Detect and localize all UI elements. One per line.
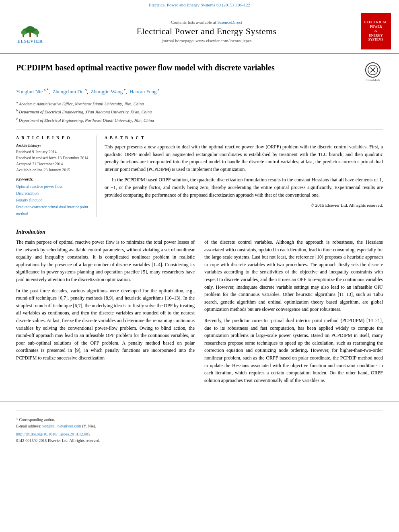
revised-date: Received in revised form 13 December 201… — [16, 155, 90, 161]
author-3-sup: c — [123, 88, 125, 92]
journal-header-center: Contents lists available at ScienceDirec… — [56, 20, 357, 43]
article-info-heading: A R T I C L E I N F O — [16, 136, 90, 140]
cover-line-4: ENERGY — [369, 34, 383, 38]
abstract-copyright: © 2015 Elsevier Ltd. All rights reserved… — [105, 202, 383, 209]
journal-cover-image: ELECTRICAL POWER & ENERGY SYSTEMS — [361, 13, 391, 49]
keywords-group: Keywords: Optimal reactive power flow Di… — [16, 177, 90, 217]
accepted-date: Accepted 31 December 2014 — [16, 161, 90, 167]
affil-c: c Department of Electrical Engineering, … — [16, 116, 383, 124]
article-info-abstract: A R T I C L E I N F O Article history: R… — [16, 136, 383, 217]
article-info-col: A R T I C L E I N F O Article history: R… — [16, 136, 97, 217]
elsevier-wordmark: ELSEVIER — [17, 39, 43, 43]
intro-col2-p2: Recently, the predictor corrector primal… — [204, 317, 383, 384]
elsevier-logo-area: ELSEVIER — [8, 20, 52, 43]
abstract-col: A B S T R A C T This paper presents a ne… — [105, 136, 383, 217]
crossmark-svg — [367, 64, 378, 76]
email-link[interactable]: yonghui_n@aliyun.com — [42, 424, 81, 428]
divider-1 — [16, 129, 383, 130]
svg-point-7 — [34, 30, 39, 35]
affil-a: a Academic Administrative Office, Northe… — [16, 99, 383, 107]
cover-line-2: POWER — [370, 25, 382, 29]
svg-rect-3 — [29, 32, 31, 37]
journal-title: Electrical Power and Energy Systems — [56, 26, 357, 37]
abstract-text: This paper presents a new approach to de… — [105, 143, 383, 209]
sciencedirect-line: Contents lists available at ScienceDirec… — [56, 20, 357, 25]
article-history: Article history: Received 9 January 2014… — [16, 143, 90, 173]
paper-content: PCPDIPM based optimal reactive power flo… — [0, 54, 399, 401]
crossmark-icon[interactable] — [365, 62, 380, 78]
keyword-4[interactable]: Predictor-corrector primal dual interior… — [16, 203, 90, 217]
journal-citation: Electrical Power and Energy Systems 69 (… — [149, 2, 250, 7]
keyword-3[interactable]: Penalty function — [16, 197, 90, 203]
corresponding-note: * Corresponding author. — [16, 417, 383, 423]
journal-header: ELSEVIER Contents lists available at Sci… — [0, 9, 399, 54]
abstract-p1: This paper presents a new approach to de… — [105, 143, 383, 173]
paper-title: PCPDIPM based optimal reactive power flo… — [16, 62, 355, 73]
affil-b: b Department of Electrical Engineering, … — [16, 107, 383, 115]
paper-title-section: PCPDIPM based optimal reactive power flo… — [16, 62, 383, 82]
intro-col1-p2: In the past three decades, various algor… — [16, 287, 195, 362]
journal-homepage: journal homepage: www.elsevier.com/locat… — [56, 38, 357, 43]
author-2[interactable]: Zhengchun Du — [52, 88, 84, 94]
keywords-label: Keywords: — [16, 177, 90, 181]
divider-2 — [16, 223, 383, 223]
intro-col2-p1: of the discrete control variables. Altho… — [204, 238, 383, 313]
abstract-heading: A B S T R A C T — [105, 136, 383, 140]
journal-top-bar: Electrical Power and Energy Systems 69 (… — [0, 0, 399, 9]
intro-col-right: of the discrete control variables. Altho… — [204, 238, 383, 388]
crossmark-label: CrossMark — [366, 78, 380, 82]
author-2-sup: b — [84, 88, 87, 92]
authors-line: Yonghui Nie a,*, Zhengchun Du b, Zhongji… — [16, 87, 383, 96]
cover-line-5: SYSTEMS — [368, 38, 383, 42]
keyword-1[interactable]: Optimal reactive power flow — [16, 183, 90, 190]
history-label: Article history: — [16, 143, 90, 148]
author-1[interactable]: Yonghui Nie — [16, 88, 43, 94]
doi-line: http://dx.doi.org/10.1016/j.ijepes.2014.… — [16, 431, 383, 438]
intro-title: Introduction — [16, 229, 383, 235]
abstract-p2: In the PCPDIPM based ORPF solution, the … — [105, 176, 383, 199]
available-date: Available online 23 January 2015 — [16, 167, 90, 173]
intro-col-left: The main purpose of optimal reactive pow… — [16, 238, 195, 388]
affiliations: a Academic Administrative Office, Northe… — [16, 99, 383, 124]
issn-line: 0142-0615/© 2015 Elsevier Ltd. All right… — [16, 438, 383, 444]
author-4[interactable]: Haoran Feng — [130, 88, 157, 94]
elsevier-tree-icon — [18, 26, 42, 38]
keyword-2[interactable]: Discretization — [16, 190, 90, 197]
author-3[interactable]: Zhongjie Wang — [90, 88, 123, 94]
elsevier-logo — [12, 20, 48, 38]
author-1-sup: a,* — [43, 88, 48, 92]
cover-line-3: & — [374, 29, 378, 34]
intro-col1-p1: The main purpose of optimal reactive pow… — [16, 238, 195, 283]
doi-link[interactable]: http://dx.doi.org/10.1016/j.ijepes.2014.… — [16, 432, 90, 436]
email-line: E-mail address: yonghui_n@aliyun.com (Y.… — [16, 423, 383, 429]
introduction-section: Introduction The main purpose of optimal… — [16, 229, 383, 388]
svg-point-6 — [21, 30, 27, 35]
paper-footer: * Corresponding author. E-mail address: … — [0, 401, 399, 447]
author-4-sup: c — [156, 88, 159, 92]
cover-line-1: ELECTRICAL — [364, 21, 388, 25]
received-date: Received 9 January 2014 — [16, 149, 90, 155]
footer-divider — [16, 411, 383, 411]
crossmark-area[interactable]: CrossMark — [363, 62, 383, 82]
intro-two-col: The main purpose of optimal reactive pow… — [16, 238, 383, 388]
sciencedirect-link[interactable]: ScienceDirect — [217, 20, 242, 25]
